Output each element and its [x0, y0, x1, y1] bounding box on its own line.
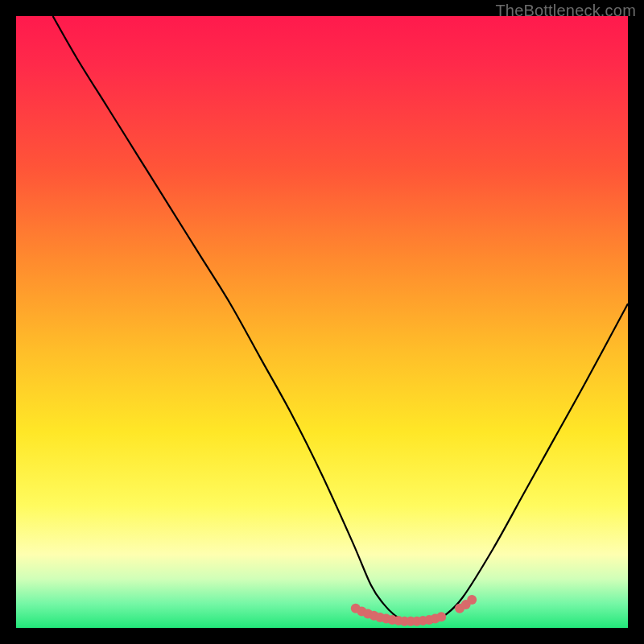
highlight-segment-right-dot — [467, 595, 477, 605]
bottleneck-curve — [53, 16, 628, 622]
attribution-label: TheBottleneck.com — [495, 2, 636, 20]
highlight-segment-left-dot — [436, 612, 446, 621]
plot-area — [16, 16, 628, 628]
chart-frame: TheBottleneck.com — [0, 0, 644, 644]
curve-layer — [16, 16, 628, 628]
